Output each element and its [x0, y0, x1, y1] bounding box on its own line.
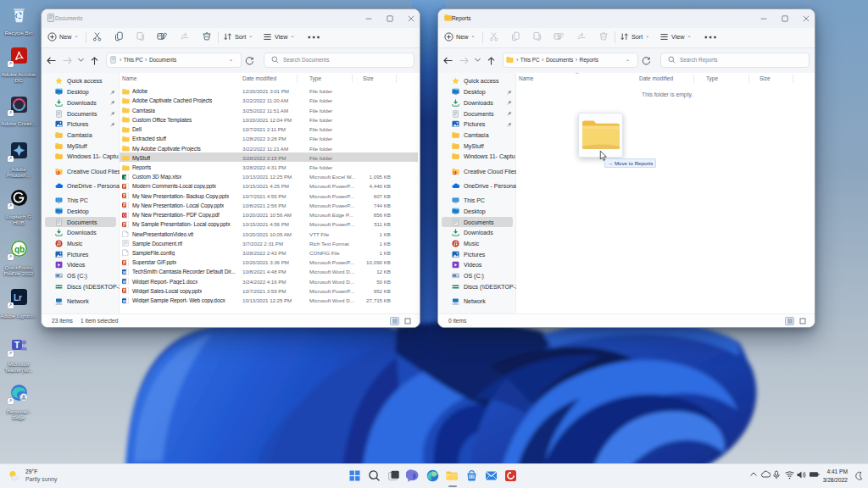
svg-text:qb: qb	[14, 245, 25, 254]
svg-text:P: P	[123, 194, 125, 198]
svg-text:P: P	[123, 261, 125, 265]
svg-text:P: P	[123, 223, 125, 227]
svg-text:T: T	[14, 341, 19, 350]
svg-text:P: P	[123, 203, 125, 208]
svg-text:P: P	[123, 289, 125, 293]
svg-text:Lr: Lr	[14, 293, 22, 302]
svg-text:x: x	[125, 175, 127, 179]
svg-text:P: P	[123, 185, 125, 189]
